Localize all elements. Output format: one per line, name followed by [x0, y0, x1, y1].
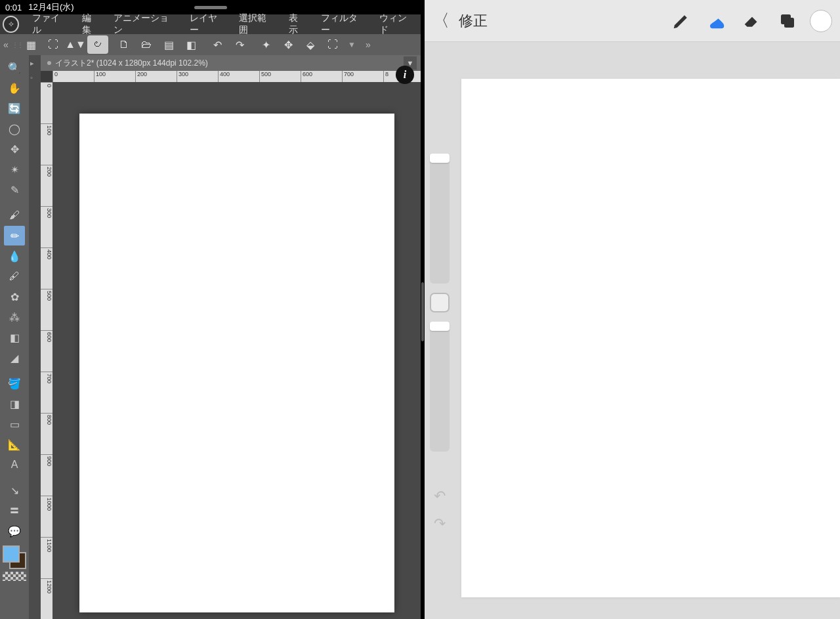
ruler-horizontal[interactable]: 01002003004005006007008: [52, 71, 421, 82]
back-icon[interactable]: 〈: [432, 9, 450, 32]
bucket-icon[interactable]: ⬙: [300, 35, 321, 54]
drag-handle-icon[interactable]: ⋮⋮: [12, 41, 20, 49]
color-picker-circle[interactable]: [810, 10, 832, 32]
ruler-vertical[interactable]: 0100200300400500600700800900100011001200: [41, 82, 52, 619]
ruler-tick: 1200: [41, 578, 52, 593]
left-body: 🔍 ✋ 🔄 ◯ ✥ ✴ ✎ 🖌 ✏ 💧 🖋 ✿ ⁂ ◧ ◢ 🪣 ◨ ▭ 📐 A …: [0, 55, 421, 619]
lasso-tool-icon[interactable]: ◯: [4, 119, 25, 139]
menu-file[interactable]: ファイル: [26, 12, 74, 36]
ruler-tick: 200: [41, 165, 52, 177]
wand-tool-icon[interactable]: ✴: [4, 160, 25, 179]
app-logo-icon[interactable]: ✧: [3, 16, 19, 33]
sort2-icon[interactable]: ◧: [180, 35, 201, 54]
command-bar: « ⋮⋮ ▦ ⛶ ▲▼ ౿ 🗋 🗁 ▤ ◧ ↶ ↷ ✦ ✥ ⬙ ⛶ ▼ »: [0, 34, 421, 55]
snap-icon[interactable]: ✦: [255, 35, 276, 54]
ruler-tool-icon[interactable]: 📐: [4, 435, 25, 454]
ruler-tick: 800: [41, 413, 52, 425]
deco-tool-icon[interactable]: ✿: [4, 287, 25, 307]
menu-edit[interactable]: 編集: [75, 12, 106, 36]
eraser-tool-icon[interactable]: ◧: [4, 328, 25, 347]
open-file-icon[interactable]: 🗁: [136, 35, 157, 54]
prop-arrow-icon[interactable]: ▸: [30, 59, 39, 68]
balloon-tool-icon[interactable]: 💬: [4, 521, 25, 541]
menu-selection[interactable]: 選択範囲: [232, 12, 281, 36]
undo-icon[interactable]: ↶: [430, 487, 449, 505]
ruler-tick: 1100: [41, 537, 52, 552]
eraser-icon: [742, 11, 762, 31]
new-file-icon[interactable]: 🗋: [114, 35, 135, 54]
procreate-page[interactable]: [461, 79, 840, 597]
airbrush-tool-icon[interactable]: 💧: [4, 246, 25, 266]
color-swatch[interactable]: [3, 545, 26, 569]
menu-window[interactable]: ウィンド: [373, 12, 421, 36]
layers-tool[interactable]: [774, 8, 801, 34]
canvas-page[interactable]: [79, 114, 394, 612]
scroll-left-icon[interactable]: «: [0, 39, 12, 50]
tool-palette: 🔍 ✋ 🔄 ◯ ✥ ✴ ✎ 🖌 ✏ 💧 🖋 ✿ ⁂ ◧ ◢ 🪣 ◨ ▭ 📐 A …: [0, 55, 29, 619]
guides-icon[interactable]: ✥: [278, 35, 299, 54]
menu-view[interactable]: 表示: [282, 12, 313, 36]
frame-tool-icon[interactable]: 〓: [4, 501, 25, 521]
procreate-topbar: 〈 修正: [425, 0, 840, 42]
slider-thumb[interactable]: [430, 322, 450, 331]
redo-icon[interactable]: ↷: [430, 515, 449, 533]
fg-color[interactable]: [3, 545, 20, 563]
brush-icon: [671, 11, 691, 31]
slider-thumb[interactable]: [430, 154, 450, 163]
sort-icon[interactable]: ▲▼: [65, 35, 86, 54]
canvas-area: イラスト2* (1024 x 1280px 144dpi 102.2%) ▼ 0…: [41, 55, 421, 619]
canvas-viewport[interactable]: [52, 82, 421, 619]
procreate-sidebar: ↶ ↷: [425, 42, 455, 619]
home-indicator[interactable]: [194, 6, 227, 9]
prop-size-icon[interactable]: ◦: [30, 74, 39, 83]
brush-tool[interactable]: [668, 8, 694, 34]
document-tab[interactable]: イラスト2* (1024 x 1280px 144dpi 102.2%) ▼: [41, 55, 421, 71]
fill-tool-icon[interactable]: 🪣: [4, 374, 25, 393]
scroll-right-icon[interactable]: »: [362, 39, 374, 50]
hand-tool-icon[interactable]: ✋: [4, 78, 25, 98]
blend-tool-icon[interactable]: ◢: [4, 348, 25, 368]
ink-tool-icon[interactable]: 🖋: [4, 267, 25, 286]
ruler-tick: 0: [41, 82, 52, 87]
brush-size-slider[interactable]: [430, 154, 450, 284]
redo-icon[interactable]: ↷: [229, 35, 250, 54]
ruler-tick: 200: [135, 71, 147, 82]
ruler-tick: 300: [41, 206, 52, 218]
ruler-tick: 900: [41, 454, 52, 466]
spray-tool-icon[interactable]: ⁂: [4, 307, 25, 327]
opacity-slider[interactable]: [430, 322, 450, 452]
modify-button-icon[interactable]: [430, 293, 450, 312]
divider-handle-icon[interactable]: [421, 282, 424, 341]
swirl-icon[interactable]: ౿: [87, 35, 108, 54]
zoom-tool-icon[interactable]: 🔍: [4, 58, 25, 77]
save-icon[interactable]: ▤: [158, 35, 179, 54]
transform-icon[interactable]: ⛶: [322, 35, 343, 54]
move-tool-icon[interactable]: ✥: [4, 139, 25, 159]
ruler-tick: 400: [41, 247, 52, 259]
eraser-tool[interactable]: [739, 8, 765, 34]
right-app: 〈 修正 ↶ ↷: [425, 0, 840, 619]
pencil-tool-icon[interactable]: ✏: [4, 226, 25, 245]
menu-layer[interactable]: レイヤー: [183, 12, 232, 36]
undo-icon[interactable]: ↶: [207, 35, 228, 54]
menu-filter[interactable]: フィルター: [314, 12, 371, 36]
procreate-canvas-area[interactable]: [455, 42, 840, 619]
dropdown-icon[interactable]: ▼: [348, 40, 362, 49]
canvas-wrap: 0100200300400500600700800900100011001200: [41, 82, 421, 619]
pen-tool-icon[interactable]: ✎: [4, 180, 25, 200]
text-tool-icon[interactable]: A: [4, 455, 25, 475]
gallery-label[interactable]: 修正: [459, 11, 488, 31]
gradient-tool-icon[interactable]: ◨: [4, 394, 25, 414]
smudge-tool[interactable]: [704, 8, 730, 34]
shape-tool-icon[interactable]: ▭: [4, 414, 25, 434]
eyedrop-tool-icon[interactable]: ↘: [4, 480, 25, 500]
info-badge-icon[interactable]: i: [396, 66, 414, 84]
grid-icon[interactable]: ▦: [20, 35, 41, 54]
menu-animation[interactable]: アニメーション: [107, 12, 182, 36]
rotate-tool-icon[interactable]: 🔄: [4, 98, 25, 118]
expand-icon[interactable]: ⛶: [43, 35, 64, 54]
brush-tool-icon[interactable]: 🖌: [4, 205, 25, 225]
status-time: 0:01: [5, 3, 22, 12]
svg-rect-1: [784, 18, 794, 28]
ruler-tick: 500: [41, 289, 52, 301]
